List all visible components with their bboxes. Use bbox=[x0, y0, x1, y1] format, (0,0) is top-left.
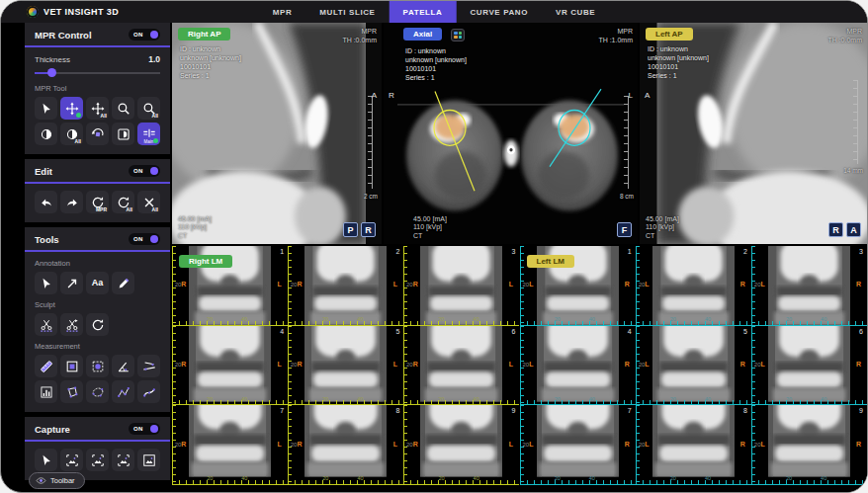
measure-freehand-button[interactable] bbox=[86, 380, 109, 403]
annotation-text-button[interactable]: Aa bbox=[86, 272, 109, 294]
sculpt-cut-forward-button[interactable] bbox=[60, 313, 83, 336]
edit-toggle[interactable]: ON bbox=[129, 165, 160, 177]
zoom-all-tool-button[interactable]: All bbox=[137, 97, 160, 120]
clear-all-button[interactable]: All bbox=[137, 191, 160, 213]
slice-cell[interactable]: 20R L 2 20 40 mm60 bbox=[288, 246, 403, 326]
measure-angle-button[interactable] bbox=[112, 355, 134, 377]
slice-cell[interactable]: 20L R 4 20 40 mm60 bbox=[520, 326, 636, 406]
slice-cell[interactable]: 20R L 5 20 40 mm60 bbox=[288, 326, 403, 406]
viewport-axial[interactable]: Axial ID : unknownunknown [unknown] 1001… bbox=[384, 23, 638, 244]
window-level-tool-button[interactable] bbox=[35, 123, 57, 145]
orientation-letter: A bbox=[645, 91, 650, 100]
measure-cobb-angle-button[interactable] bbox=[137, 355, 160, 377]
slice-cell[interactable]: 20L R 2 20 40 mm60 bbox=[636, 246, 751, 326]
ct-slice-image bbox=[768, 246, 850, 325]
slice-cell[interactable]: 20R L 8 20 40 mm60 bbox=[288, 405, 403, 485]
menu-tab[interactable]: MULTI SLICE bbox=[305, 1, 389, 23]
ct-slice-image bbox=[304, 326, 387, 405]
sculpt-cut-button[interactable] bbox=[35, 313, 57, 336]
tools-toggle[interactable]: ON bbox=[129, 233, 160, 245]
redo-button[interactable] bbox=[60, 191, 83, 213]
slice-right-label: R bbox=[619, 281, 636, 288]
capture-toggle[interactable]: ON bbox=[129, 423, 160, 435]
annotation-arrow-button[interactable] bbox=[60, 272, 83, 294]
slice-cell[interactable]: 20R L 9 20 40 mm60 bbox=[403, 405, 519, 485]
rotate-tool-button[interactable] bbox=[86, 123, 109, 145]
measure-rect-roi-button[interactable] bbox=[60, 355, 83, 377]
app-title: VET INSIGHT 3D bbox=[43, 7, 119, 17]
capture-series-button[interactable] bbox=[86, 449, 109, 471]
menu-tab[interactable]: PATELLA bbox=[390, 1, 457, 23]
scale-label: 8 cm bbox=[620, 193, 634, 200]
viewport-left-ap[interactable]: Left AP ID : unknownunknown [unknown] 10… bbox=[640, 23, 867, 244]
sculpt-reset-button[interactable] bbox=[86, 313, 109, 336]
slice-left-label: 20R bbox=[172, 361, 189, 368]
slice-left-label: 20L bbox=[751, 281, 768, 288]
menu-tab[interactable]: VR CUBE bbox=[542, 1, 609, 23]
measurement-label: Measurement bbox=[35, 342, 160, 351]
pan-tool-button[interactable] bbox=[60, 97, 83, 120]
ct-slice-image bbox=[768, 405, 850, 484]
reset-all-button[interactable]: All bbox=[112, 191, 134, 213]
measure-polygon-button[interactable] bbox=[60, 380, 83, 403]
viewport-right-ap[interactable]: Right AP ID : unknownunknown [unknown] 1… bbox=[172, 23, 382, 244]
measure-ellipse-roi-button[interactable] bbox=[86, 355, 109, 377]
layout-grid-button[interactable] bbox=[451, 29, 465, 41]
slice-cell[interactable]: 20R L 7 20 40 mm60 bbox=[172, 405, 288, 485]
slice-cell[interactable]: 20L R 5 20 40 mm60 bbox=[636, 326, 751, 406]
annotation-pen-button[interactable] bbox=[112, 272, 134, 294]
annotation-pointer-button[interactable] bbox=[35, 272, 57, 294]
main-layout-tool-button[interactable]: Main bbox=[137, 123, 160, 145]
slice-right-label: L bbox=[502, 361, 519, 368]
mpr-thickness-info: MPRTH :0.0mm bbox=[827, 27, 862, 44]
window-level-all-tool-button[interactable]: All bbox=[60, 123, 83, 145]
thickness-slider[interactable] bbox=[35, 67, 160, 78]
orientation-button[interactable]: A bbox=[846, 222, 861, 237]
slice-cell[interactable]: 20L R 9 20 40 mm60 bbox=[751, 405, 867, 485]
measure-ruler-button[interactable] bbox=[35, 355, 57, 377]
reset-mpr-button[interactable]: MPR bbox=[86, 191, 109, 213]
mpr-control-header: MPR Control ON bbox=[25, 23, 170, 47]
undo-button[interactable] bbox=[35, 191, 57, 213]
capture-single-button[interactable] bbox=[60, 449, 83, 471]
measure-spline-button[interactable] bbox=[137, 380, 160, 403]
slice-cell[interactable]: 20L R 8 20 40 mm60 bbox=[636, 405, 751, 485]
slice-cell[interactable]: 20L R 7 20 40 mm60 bbox=[520, 405, 636, 485]
menu-tab[interactable]: MPR bbox=[259, 1, 306, 23]
slice-cell[interactable]: 20L R 3 20 40 mm60 bbox=[751, 246, 867, 326]
measure-polyline-button[interactable] bbox=[112, 380, 134, 403]
menu-tab[interactable]: CURVE PANO bbox=[456, 1, 542, 23]
capture-region-button[interactable] bbox=[112, 449, 134, 471]
slice-number: 4 bbox=[280, 328, 284, 335]
measure-histogram-button[interactable] bbox=[35, 380, 57, 403]
slider-thumb[interactable] bbox=[47, 68, 56, 77]
thickness-label: Thickness bbox=[35, 55, 70, 64]
slice-cell[interactable]: 20R L 4 20 40 mm60 bbox=[172, 326, 288, 406]
mpr-control-toggle[interactable]: ON bbox=[129, 29, 160, 41]
slice-number: 5 bbox=[395, 328, 399, 335]
slice-cell[interactable]: 20L R 6 20 40 mm60 bbox=[751, 326, 867, 406]
slice-left-label: 20R bbox=[172, 281, 189, 288]
mpr-tool-label: MPR Tool bbox=[35, 84, 160, 93]
orientation-button[interactable]: R bbox=[828, 222, 843, 237]
slice-number: 1 bbox=[280, 248, 284, 255]
slice-cell[interactable]: 20R L 6 20 40 mm60 bbox=[403, 326, 519, 406]
invert-tool-button[interactable] bbox=[112, 123, 134, 145]
slice-right-label: R bbox=[735, 441, 751, 448]
slice-number: 6 bbox=[859, 328, 863, 335]
slice-left-label: 20R bbox=[403, 361, 420, 368]
orientation-button[interactable]: R bbox=[361, 222, 376, 237]
pan-all-tool-button[interactable]: All bbox=[86, 97, 109, 120]
slice-right-label: L bbox=[271, 281, 288, 288]
toggle-knob bbox=[150, 425, 158, 433]
capture-pointer-button[interactable] bbox=[35, 449, 57, 471]
slice-cell[interactable]: 20R L 3 20 40 mm60 bbox=[403, 246, 519, 326]
capture-screen-button[interactable] bbox=[137, 449, 160, 471]
pointer-tool-button[interactable] bbox=[35, 97, 57, 120]
orientation-button[interactable]: P bbox=[343, 222, 358, 237]
slice-number: 9 bbox=[512, 407, 516, 414]
orientation-button[interactable]: F bbox=[617, 222, 632, 237]
toolbar-toggle-button[interactable]: Toolbar bbox=[29, 472, 85, 489]
zoom-tool-button[interactable] bbox=[112, 97, 134, 120]
capture-tool-grid bbox=[35, 449, 160, 471]
